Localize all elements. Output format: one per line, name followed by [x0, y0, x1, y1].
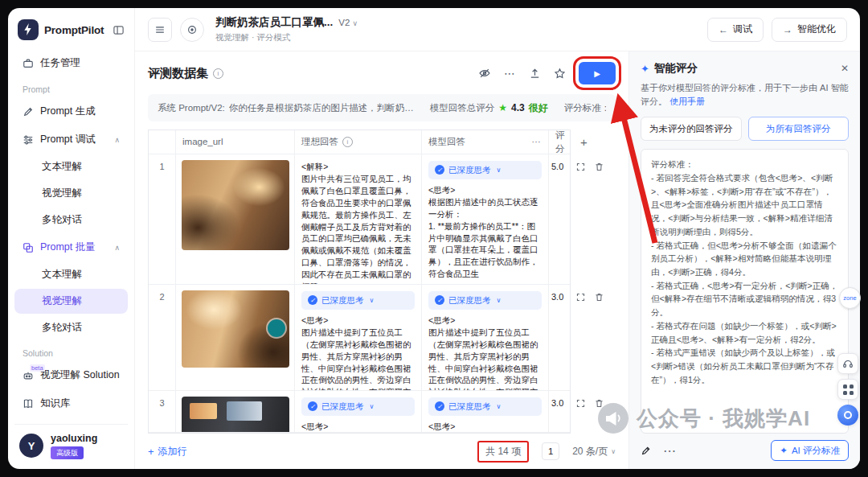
deep-think-badge[interactable]: ✓已深度思考∨: [428, 291, 542, 310]
cafe-photo-3[interactable]: [182, 397, 289, 433]
customer-service-button[interactable]: [837, 353, 858, 374]
system-prompt-label: 系统 Prompt/V2:: [158, 102, 225, 114]
smart-optimize-button[interactable]: → 智能优化: [772, 18, 847, 42]
score-all-button[interactable]: 为所有回答评分: [748, 117, 850, 141]
sparkle-icon: ✦: [641, 63, 649, 75]
sidebar-item-label: 文本理解: [42, 160, 82, 174]
arrow-left-icon: ←: [719, 24, 728, 35]
sidebar-item-vision-solution[interactable]: beta 视觉理解 Solution: [14, 362, 128, 389]
expand-row-icon[interactable]: [575, 398, 586, 434]
column-header-model[interactable]: 模型回答⋯: [422, 130, 549, 154]
sidebar-item-prompt-batch[interactable]: Prompt 批量 ∧: [14, 234, 128, 261]
upload-icon[interactable]: [529, 68, 541, 80]
chevron-down-icon: ∨: [353, 19, 358, 27]
smart-scoring-panel: ✦ 智能评分 ✕ 基于你对模型回答的评分标准，用于下一步由 AI 智能评分。 使…: [628, 51, 860, 469]
menu-button[interactable]: [148, 18, 172, 42]
debug-button[interactable]: ← 调试: [707, 18, 764, 42]
sidebar-item-batch-chat[interactable]: 多轮对话: [14, 315, 128, 340]
table-cell-image[interactable]: [176, 285, 295, 391]
sidebar-item-knowledge-base[interactable]: 知识库: [14, 390, 128, 417]
check-icon: ✓: [435, 401, 444, 411]
deep-think-badge[interactable]: ✓已深度思考∨: [428, 397, 542, 416]
table-cell-image[interactable]: [176, 391, 295, 433]
topbar: 判断奶茶店员工口罩佩... V2 ∨ 视觉理解 · 评分模式 ← 调试 → 智能…: [135, 8, 860, 51]
system-prompt-bar[interactable]: 系统 Prompt/V2: 你的任务是根据奶茶店的图片描述，判断奶茶... 模型…: [148, 94, 616, 121]
add-column-button[interactable]: +: [580, 135, 588, 149]
delete-row-icon[interactable]: [594, 292, 604, 390]
sidebar-item-label: 多轮对话: [42, 213, 82, 227]
chevron-up-icon: ∧: [114, 244, 120, 252]
sidebar-item-batch-text[interactable]: 文本理解: [14, 262, 128, 287]
user-profile[interactable]: Y yaoluxing 高级版: [14, 424, 128, 460]
row-number-header: [149, 130, 176, 154]
page-size-selector[interactable]: 20 条/页 ∨: [572, 445, 616, 458]
column-header-image[interactable]: image_url: [176, 130, 295, 154]
page-number-button[interactable]: 1: [542, 442, 559, 460]
delete-row-icon[interactable]: [594, 398, 604, 434]
info-icon[interactable]: i: [213, 68, 223, 79]
more-actions-icon[interactable]: ⋯: [663, 443, 677, 458]
apps-grid-button[interactable]: [837, 379, 858, 400]
circle-icon: [844, 411, 852, 419]
pen-icon: [23, 106, 34, 117]
deep-think-badge[interactable]: ✓已深度思考∨: [301, 291, 415, 310]
sidebar-collapse-icon[interactable]: [113, 24, 125, 36]
panel-description: 基于你对模型回答的评分标准，用于下一步由 AI 智能评分。 使用手册: [641, 81, 849, 109]
optimize-button-label: 智能优化: [797, 23, 836, 36]
logo-text: PromptPilot: [44, 24, 104, 36]
debug-button-label: 调试: [733, 23, 752, 36]
sliders-icon: [23, 134, 34, 146]
sidebar-item-batch-vision[interactable]: 视觉理解: [14, 289, 128, 314]
row-number: 3: [149, 391, 176, 433]
column-header-score[interactable]: 评分: [549, 130, 570, 154]
more-actions-icon[interactable]: ⋯: [504, 67, 516, 80]
table-cell-model[interactable]: ✓已深度思考∨ <思考> 图片描述中提到了五位员工（左侧穿黑衬衫戴棕色围裙的男性…: [422, 285, 549, 391]
scoring-criteria-text[interactable]: 评分标准： - 若回答完全符合格式要求（包含<思考>、<判断>、<解释>标签，<…: [641, 149, 849, 434]
table-cell-ideal[interactable]: ✓已深度思考∨ <思考>: [295, 391, 422, 433]
chevron-down-icon: ∨: [497, 296, 502, 305]
score-unscored-button[interactable]: 为未评分的回答评分: [641, 117, 742, 141]
expand-row-icon[interactable]: [575, 162, 586, 284]
chevron-down-icon: ∨: [611, 448, 616, 455]
table-cell-score[interactable]: 5.0: [549, 154, 570, 285]
cafe-photo-1[interactable]: [182, 160, 289, 250]
criteria-label: 评分标准：: [564, 102, 606, 114]
table-cell-image[interactable]: [176, 154, 295, 285]
edit-criteria-icon[interactable]: [641, 445, 652, 456]
sidebar-item-debug-text[interactable]: 文本理解: [14, 154, 128, 179]
assistant-bubble-button[interactable]: [837, 405, 858, 426]
run-evaluation-button[interactable]: ▶: [579, 62, 616, 84]
table-cell-model[interactable]: ✓已深度思考∨ <思考>: [422, 391, 549, 433]
panel-title: 智能评分: [654, 61, 698, 76]
expand-row-icon[interactable]: [575, 292, 586, 390]
table-cell-model[interactable]: ✓已深度思考∨ <思考> 根据图片描述中的员工状态逐一分析： 1. **最前方操…: [422, 154, 549, 285]
hide-columns-icon[interactable]: [478, 67, 491, 80]
section-label-prompt: Prompt: [23, 84, 120, 94]
sidebar-item-label: 文本理解: [42, 268, 82, 282]
row-actions-column: +: [571, 130, 616, 434]
manual-link[interactable]: 使用手册: [669, 97, 705, 106]
sidebar-item-debug-chat[interactable]: 多轮对话: [14, 208, 128, 232]
star-icon[interactable]: [554, 68, 566, 80]
column-menu-icon[interactable]: ⋯: [532, 135, 542, 148]
deep-think-badge[interactable]: ✓已深度思考∨: [428, 161, 542, 179]
check-icon: ✓: [435, 165, 444, 175]
table-cell-score[interactable]: 3.0: [549, 285, 570, 391]
table-cell-ideal[interactable]: ✓已深度思考∨ <思考> 图片描述中提到了五位员工（左侧穿黑衬衫戴棕色围裙的男性…: [295, 285, 422, 391]
sidebar-item-prompt-debug[interactable]: Prompt 调试 ∧: [14, 126, 128, 153]
target-button[interactable]: [180, 18, 204, 42]
sidebar-item-debug-vision[interactable]: 视觉理解: [14, 181, 128, 206]
deep-think-badge[interactable]: ✓已深度思考∨: [301, 397, 415, 416]
column-header-ideal[interactable]: 理想回答i: [295, 130, 422, 154]
add-row-button[interactable]: + 添加行: [148, 445, 187, 458]
version-selector[interactable]: V2 ∨: [338, 18, 358, 27]
ai-criteria-button[interactable]: ✦ AI 评分标准: [771, 440, 849, 461]
sidebar-item-task-management[interactable]: 任务管理: [14, 50, 128, 76]
close-icon[interactable]: ✕: [841, 63, 849, 74]
table-cell-ideal[interactable]: <解释> 图片中共有三位可见员工，均佩戴了白色口罩且覆盖口鼻，符合食品卫生要求中…: [295, 154, 422, 285]
table-cell-score[interactable]: 3.0: [549, 391, 570, 433]
cafe-photo-2[interactable]: [182, 290, 289, 368]
sidebar-item-prompt-generate[interactable]: Prompt 生成: [14, 98, 128, 125]
delete-row-icon[interactable]: [594, 162, 604, 284]
row-number: 2: [149, 285, 176, 391]
